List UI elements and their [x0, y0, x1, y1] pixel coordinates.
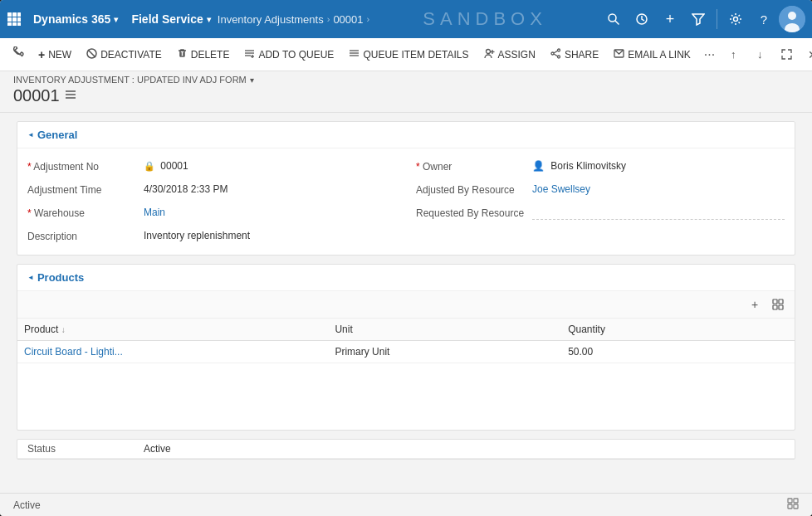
description-value: Inventory replenishment: [144, 230, 396, 241]
products-table: Product ↓ Unit Quantity Circuit Board -: [17, 319, 795, 363]
unit-column-header[interactable]: Unit: [328, 319, 561, 341]
owner-value: 👤 Boris Klimovitsky: [532, 160, 785, 172]
sandbox-label: SANDBOX: [369, 8, 600, 30]
record-title: 00001: [13, 86, 799, 105]
svg-point-33: [557, 49, 560, 51]
record-subtitle-chevron[interactable]: ▾: [250, 75, 254, 85]
adjustment-no-row: Adjustment No 🔒 00001: [27, 155, 396, 178]
dynamics-label: Dynamics 365: [33, 12, 110, 26]
person-icon: 👤: [532, 160, 545, 172]
add-to-queue-button[interactable]: ADD TO QUEUE: [237, 45, 340, 65]
footer-status-section: Status Active: [17, 439, 795, 460]
products-section: ◄ Products + Prod: [17, 264, 795, 431]
new-label: NEW: [48, 49, 71, 61]
delete-button[interactable]: DELETE: [170, 45, 237, 65]
products-grid-button[interactable]: [768, 295, 788, 314]
breadcrumb: Inventory Adjustments › 00001 ›: [218, 13, 369, 26]
email-a-link-button[interactable]: EMAIL A LINK: [607, 46, 697, 64]
queue-item-details-icon: [349, 48, 360, 61]
search-icon-button[interactable]: [600, 6, 627, 32]
products-add-button[interactable]: +: [745, 295, 765, 314]
product-header-label: Product: [24, 324, 58, 335]
svg-rect-44: [773, 305, 777, 309]
general-section-header[interactable]: ◄ General: [17, 122, 795, 148]
owner-row: Owner 👤 Boris Klimovitsky: [416, 155, 785, 178]
scroll-down-button[interactable]: ↓: [748, 43, 771, 66]
svg-rect-45: [779, 305, 783, 309]
command-bar-right: ↑ ↓ ✕: [722, 43, 812, 66]
unit-cell: Primary Unit: [328, 341, 561, 363]
product-cell[interactable]: Circuit Board - Lighti...: [17, 341, 328, 363]
deactivate-label: DEACTIVATE: [100, 49, 162, 61]
command-bar: + NEW DEACTIVATE DELE: [0, 38, 812, 71]
assign-label: ASSIGN: [498, 49, 536, 61]
nav-divider: [717, 9, 717, 29]
products-toolbar: +: [17, 291, 795, 319]
svg-rect-47: [794, 499, 798, 503]
svg-rect-5: [17, 17, 21, 22]
breadcrumb-inventory-adjustments[interactable]: Inventory Adjustments: [218, 13, 324, 26]
filter-icon-button[interactable]: [685, 6, 712, 32]
adjustment-time-value: 4/30/2018 2:33 PM: [144, 183, 396, 195]
expand-button[interactable]: [775, 43, 798, 66]
queue-item-details-label: QUEUE ITEM DETAILS: [363, 49, 468, 61]
product-sort-icon: ↓: [61, 325, 66, 334]
products-section-header[interactable]: ◄ Products: [17, 265, 795, 291]
scroll-up-button[interactable]: ↑: [722, 43, 745, 66]
svg-line-18: [88, 50, 95, 57]
svg-rect-48: [788, 504, 792, 509]
new-icon: +: [38, 48, 45, 61]
assign-button[interactable]: ASSIGN: [477, 45, 542, 65]
product-column-header[interactable]: Product ↓: [17, 319, 328, 341]
svg-rect-1: [12, 12, 17, 17]
phone-icon-left[interactable]: [7, 43, 30, 66]
quantity-column-header[interactable]: Quantity: [561, 319, 795, 341]
new-button[interactable]: + NEW: [32, 45, 78, 65]
general-section-title: General: [37, 129, 77, 141]
svg-rect-49: [794, 504, 798, 509]
field-service-button[interactable]: Field Service ▾: [125, 9, 217, 29]
close-button[interactable]: ✕: [801, 43, 812, 66]
status-label: Status: [27, 443, 144, 455]
field-service-chevron: ▾: [207, 15, 211, 24]
svg-rect-42: [773, 299, 777, 304]
general-toggle-icon: ◄: [27, 131, 34, 139]
share-icon: [550, 48, 561, 61]
adjustment-no-value: 🔒 00001: [144, 160, 396, 172]
top-nav-bar: Dynamics 365 ▾ Field Service ▾ Inventory…: [0, 0, 812, 38]
record-menu-icon[interactable]: [65, 89, 76, 103]
products-section-title: Products: [37, 271, 84, 284]
adjusted-by-resource-value[interactable]: Joe Swellsey: [532, 183, 785, 195]
svg-rect-46: [788, 499, 792, 503]
share-label: SHARE: [565, 49, 599, 61]
email-a-link-label: EMAIL A LINK: [628, 49, 691, 61]
owner-name[interactable]: Boris Klimovitsky: [550, 160, 626, 172]
share-button[interactable]: SHARE: [544, 45, 605, 65]
app-grid-icon[interactable]: [7, 12, 22, 27]
more-commands-button[interactable]: ···: [699, 44, 720, 66]
warehouse-label: Warehouse: [27, 207, 144, 219]
breadcrumb-00001[interactable]: 00001: [333, 13, 363, 26]
settings-icon-button[interactable]: [722, 6, 749, 32]
svg-rect-8: [17, 22, 21, 26]
dynamics-365-button[interactable]: Dynamics 365 ▾: [27, 9, 125, 29]
avatar[interactable]: [779, 6, 805, 32]
record-subtitle: INVENTORY ADJUSTMENT : UPDATED INV ADJ F…: [13, 75, 799, 85]
create-icon-button[interactable]: +: [657, 6, 683, 32]
status-value: Active: [144, 443, 171, 455]
queue-item-details-button[interactable]: QUEUE ITEM DETAILS: [342, 45, 475, 65]
deactivate-button[interactable]: DEACTIVATE: [80, 45, 169, 65]
warehouse-value[interactable]: Main: [144, 207, 396, 218]
deactivate-icon: [86, 48, 97, 61]
bottom-bar: Active: [0, 493, 812, 516]
general-section: ◄ General Adjustment No 🔒 00001: [17, 121, 795, 256]
breadcrumb-sep-1: ›: [327, 14, 330, 24]
general-section-body: Adjustment No 🔒 00001 Adjustment Time 4/…: [17, 148, 795, 255]
help-icon-button[interactable]: ?: [751, 6, 777, 32]
status-row: Status Active: [17, 440, 795, 459]
adjustment-no-label: Adjustment No: [27, 160, 144, 173]
svg-point-13: [734, 17, 738, 22]
field-service-label: Field Service: [131, 12, 203, 26]
bottom-expand-icon[interactable]: [787, 498, 799, 512]
history-icon-button[interactable]: [629, 6, 655, 32]
